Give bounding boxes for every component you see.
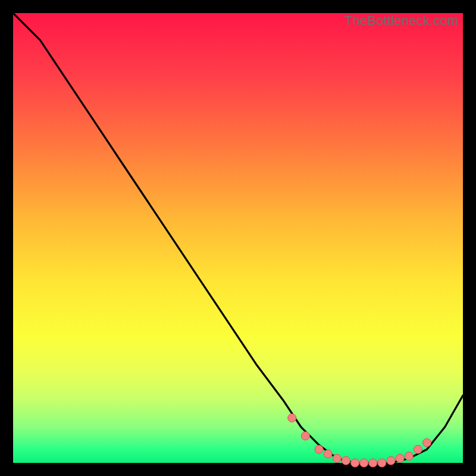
marker-point bbox=[387, 456, 395, 465]
marker-group bbox=[288, 414, 431, 467]
marker-point bbox=[324, 450, 332, 458]
marker-point bbox=[301, 432, 309, 440]
marker-point bbox=[333, 454, 341, 462]
marker-point bbox=[342, 456, 350, 465]
marker-point bbox=[351, 459, 359, 467]
marker-point bbox=[414, 445, 422, 453]
marker-point bbox=[423, 439, 431, 447]
plot-area: TheBottleneck.com bbox=[13, 13, 463, 463]
marker-point bbox=[396, 454, 404, 462]
marker-point bbox=[369, 459, 377, 467]
marker-point bbox=[405, 452, 413, 461]
marker-point bbox=[378, 459, 386, 467]
chart-stage: TheBottleneck.com bbox=[0, 0, 476, 476]
marker-point bbox=[315, 445, 323, 453]
curve-line bbox=[13, 13, 463, 463]
chart-overlay bbox=[13, 13, 463, 463]
marker-point bbox=[360, 459, 368, 467]
marker-point bbox=[288, 414, 296, 422]
